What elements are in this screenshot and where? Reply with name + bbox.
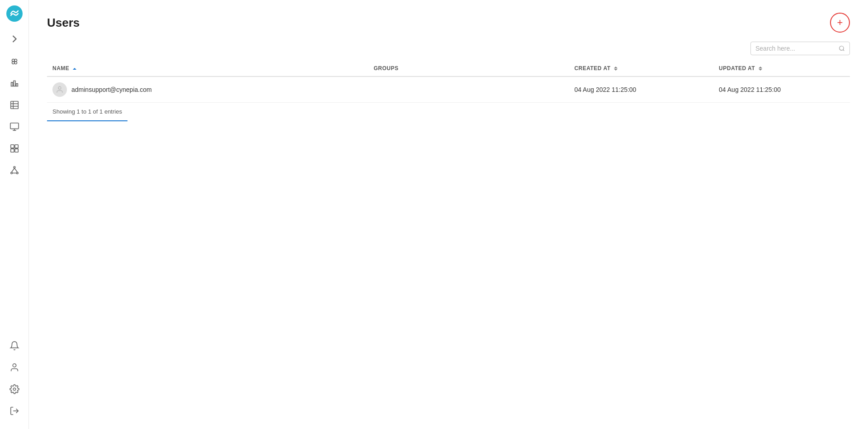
table-row[interactable]: adminsupport@cynepia.com 04 Aug 2022 11:… [47, 76, 850, 103]
sidebar [0, 0, 29, 429]
col-header-groups: GROUPS [368, 61, 569, 76]
svg-point-17 [14, 167, 15, 168]
svg-point-26 [840, 46, 844, 50]
search-box [750, 42, 850, 55]
cell-name: adminsupport@cynepia.com [47, 76, 368, 103]
toolbar [29, 42, 868, 61]
sidebar-item-logout[interactable] [5, 402, 24, 420]
sidebar-nav [5, 52, 24, 337]
sort-icon-name [73, 68, 76, 70]
app-logo[interactable] [6, 5, 23, 22]
svg-point-3 [12, 62, 14, 64]
page-header: Users + [29, 0, 868, 42]
cell-groups [368, 76, 569, 103]
table-header-row: NAME GROUPS CREATED AT [47, 61, 850, 76]
svg-rect-14 [14, 145, 18, 148]
svg-rect-16 [14, 149, 18, 152]
svg-line-21 [14, 168, 17, 172]
col-header-created-at[interactable]: CREATED AT [569, 61, 713, 76]
svg-line-27 [843, 50, 844, 51]
sidebar-item-notifications[interactable] [5, 337, 24, 355]
sort-icon-updated [759, 67, 762, 71]
col-header-name[interactable]: NAME [47, 61, 368, 76]
page-title: Users [47, 16, 80, 30]
svg-point-23 [13, 364, 16, 367]
svg-point-18 [10, 172, 12, 174]
sidebar-item-network[interactable] [5, 161, 24, 179]
svg-point-24 [13, 388, 16, 391]
sidebar-item-profile[interactable] [5, 358, 24, 377]
sidebar-item-analytics[interactable] [5, 74, 24, 92]
sidebar-collapse-button[interactable] [8, 33, 21, 45]
svg-point-0 [6, 5, 23, 22]
users-table-container: NAME GROUPS CREATED AT [29, 61, 868, 121]
svg-rect-10 [10, 123, 18, 129]
sidebar-bottom [5, 337, 24, 420]
svg-rect-15 [10, 149, 14, 152]
sort-up-icon [73, 68, 76, 70]
sidebar-item-settings[interactable] [5, 380, 24, 398]
main-content: Users + NAME [29, 0, 868, 429]
sidebar-item-widgets[interactable] [5, 139, 24, 157]
sidebar-item-table[interactable] [5, 96, 24, 114]
svg-point-28 [58, 86, 61, 89]
avatar [52, 82, 67, 97]
svg-rect-6 [10, 101, 18, 109]
sort-icon-created [614, 67, 618, 71]
col-header-updated-at[interactable]: UPDATED AT [713, 61, 850, 76]
svg-rect-13 [10, 145, 14, 148]
add-user-button[interactable]: + [830, 13, 850, 33]
search-input[interactable] [755, 45, 839, 52]
cell-created-at: 04 Aug 2022 11:25:00 [569, 76, 713, 103]
svg-line-20 [11, 168, 14, 172]
sidebar-item-monitor[interactable] [5, 118, 24, 136]
cell-updated-at: 04 Aug 2022 11:25:00 [713, 76, 850, 103]
users-table: NAME GROUPS CREATED AT [47, 61, 850, 103]
svg-point-4 [14, 62, 17, 64]
svg-point-19 [16, 172, 18, 174]
sidebar-item-dashboard[interactable] [5, 52, 24, 71]
search-button[interactable] [839, 45, 845, 52]
entries-info: Showing 1 to 1 of 1 entries [47, 103, 127, 121]
